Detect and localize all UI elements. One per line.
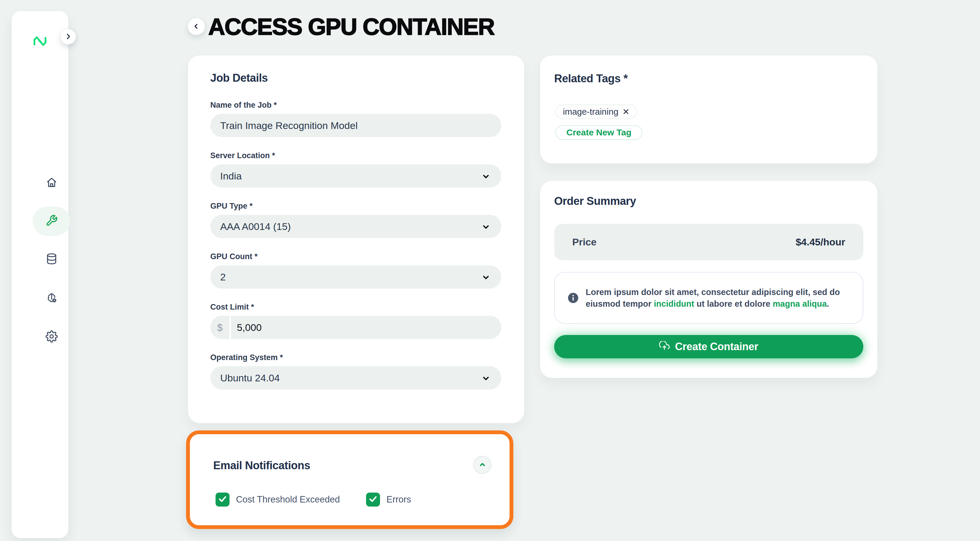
option-errors: Errors [366,493,411,507]
sidebar-item-storage[interactable] [45,253,58,266]
chevron-down-icon [482,172,490,183]
gpu-type-select[interactable]: AAA A0014 (15) [210,215,501,238]
operating-system-value: Ubuntu 24.04 [220,372,280,384]
server-location-label: Server Location * [210,151,501,160]
brain-gear-icon [46,292,58,305]
cost-threshold-checkbox[interactable] [216,493,229,507]
sidebar-expand-button[interactable] [60,29,76,45]
cost-limit-input[interactable] [231,316,501,339]
page-title: ACCESS GPU CONTAINER [208,14,495,40]
chevron-left-icon [192,22,200,31]
chevron-right-icon [64,33,72,41]
sidebar-item-home[interactable] [45,177,58,189]
field-server-location: Server Location * India [210,151,501,188]
field-gpu-type: GPU Type * AAA A0014 (15) [210,202,501,238]
price-value: $4.45/hour [795,236,845,248]
gear-icon [46,330,58,344]
cost-threshold-label: Cost Threshold Exceeded [236,494,340,505]
tag-label: image-training [563,107,618,117]
server-location-select[interactable]: India [210,164,501,188]
home-icon [46,176,58,190]
create-container-label: Create Container [675,340,758,353]
field-gpu-count: GPU Count * 2 [210,252,501,289]
sidebar-item-ai-models[interactable] [45,292,58,305]
app-canvas: ACCESS GPU CONTAINER Job Details Name of… [0,0,980,541]
chevron-down-icon [482,374,490,385]
info-note-text: Lorem ipsum dolor sit amet, consectetur … [585,286,851,310]
back-button[interactable] [188,18,205,35]
create-container-button[interactable]: Create Container [554,335,863,358]
chevron-up-icon [478,460,487,470]
errors-checkbox[interactable] [366,493,380,507]
price-row: Price $4.45/hour [554,224,863,260]
checkmark-icon [368,494,378,505]
remove-tag-icon[interactable]: ✕ [622,108,629,116]
price-label: Price [572,236,597,248]
option-cost-threshold: Cost Threshold Exceeded [216,493,366,507]
server-location-value: India [220,171,242,182]
field-job-name: Name of the Job * [210,101,501,137]
gpu-type-label: GPU Type * [210,202,501,211]
brand-logo-icon [33,36,47,46]
order-summary-card: Order Summary Price $4.45/hour Lorem ips… [540,181,877,378]
info-icon [567,292,579,304]
related-tags-card: Related Tags * image-training ✕ Create N… [540,56,877,163]
sidebar-item-settings[interactable] [45,330,58,343]
tag-chip[interactable]: image-training ✕ [555,104,637,119]
related-tags-title: Related Tags * [554,72,863,85]
currency-prefix: $ [210,316,229,339]
cost-limit-label: Cost Limit * [210,303,501,312]
email-notifications-title: Email Notifications [213,459,310,472]
operating-system-label: Operating System * [210,353,501,362]
create-new-tag-button[interactable]: Create New Tag [555,125,643,140]
chevron-down-icon [482,273,490,284]
job-name-input[interactable] [210,114,501,137]
sidebar [12,11,68,538]
gpu-type-value: AAA A0014 (15) [220,221,291,232]
errors-label: Errors [387,494,411,505]
job-details-title: Job Details [210,72,501,85]
info-note: Lorem ipsum dolor sit amet, consectetur … [554,272,863,324]
cost-limit-group: $ [210,316,501,339]
job-name-label: Name of the Job * [210,101,501,110]
collapse-section-button[interactable] [473,456,492,474]
gpu-count-value: 2 [220,271,226,283]
gpu-count-label: GPU Count * [210,252,501,261]
operating-system-select[interactable]: Ubuntu 24.04 [210,366,501,389]
email-notifications-card: Email Notifications Cost Threshold Excee… [186,431,513,529]
field-operating-system: Operating System * Ubuntu 24.04 [210,353,501,389]
order-summary-title: Order Summary [554,195,863,207]
wrench-icon [46,214,58,228]
field-cost-limit: Cost Limit * $ [210,303,501,339]
job-details-card: Job Details Name of the Job * Server Loc… [188,56,524,423]
checkmark-icon [218,494,228,505]
cloud-upload-icon [659,341,670,353]
database-icon [46,253,58,266]
notification-options: Cost Threshold Exceeded Errors [216,493,492,507]
sidebar-item-tools[interactable] [45,215,58,228]
gpu-count-select[interactable]: 2 [210,265,501,289]
chevron-down-icon [482,222,490,234]
